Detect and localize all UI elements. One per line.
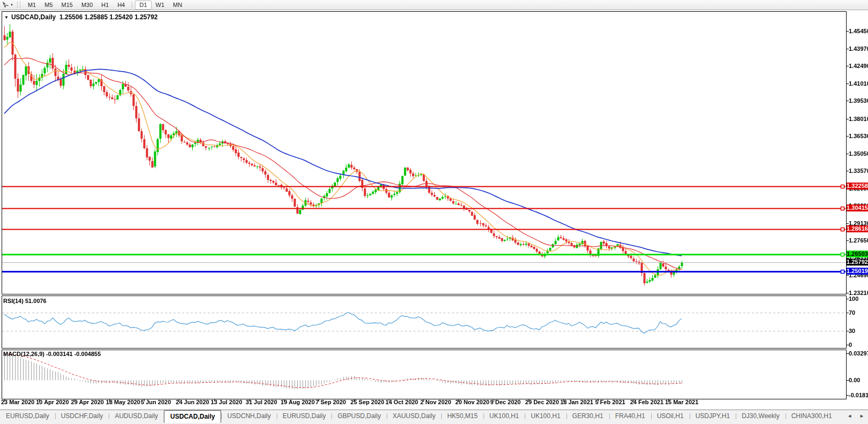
tab-usoil-h1[interactable]: USOil,H1	[651, 410, 690, 421]
tab-separator	[651, 413, 652, 419]
tab-fra40-h1[interactable]: FRA40,H1	[609, 410, 651, 421]
timeframe-button-H1[interactable]: H1	[97, 1, 113, 10]
tab-scroll-controls: ◄►	[843, 410, 868, 422]
chevron-down-icon: ▼	[10, 3, 13, 6]
tab-xauusd-daily[interactable]: XAUUSD,Daily	[387, 410, 441, 421]
tab-eurusd-daily[interactable]: EURUSD,Daily	[0, 410, 55, 421]
symbol-tab-bar: EURUSD,DailyUSDCHF,DailyAUDUSD,DailyUSDC…	[0, 410, 868, 424]
tab-hk50-m15[interactable]: HK50,M15	[441, 410, 484, 421]
tab-separator	[277, 413, 277, 419]
tab-separator	[690, 413, 690, 419]
tab-separator	[387, 413, 387, 419]
tab-audusd-daily[interactable]: AUDUSD,Daily	[109, 410, 164, 421]
timeframe-button-D1[interactable]: D1	[135, 1, 151, 10]
tab-separator	[525, 413, 525, 419]
tab-usdjpy-h1[interactable]: USDJPY,H1	[690, 410, 736, 421]
tab-separator	[567, 413, 567, 419]
tab-separator	[786, 413, 786, 419]
tab-separator	[609, 413, 610, 419]
mt4-terminal: { "toolbar": { "timeframes": [ {"label":…	[0, 0, 868, 424]
timeframe-button-M30[interactable]: M30	[77, 1, 97, 10]
tab-separator	[109, 413, 109, 419]
chart-cursor-icon	[2, 2, 9, 8]
tab-usdchf-daily[interactable]: USDCHF,Daily	[55, 410, 109, 421]
timeframe-button-MN[interactable]: MN	[169, 1, 186, 10]
tab-china300-h1[interactable]: CHINA300,H1	[786, 410, 838, 421]
timeframe-button-M1[interactable]: M1	[24, 1, 40, 10]
tab-eurusd-daily[interactable]: EURUSD,Daily	[277, 410, 332, 421]
tab-gbpusd-daily[interactable]: GBPUSD,Daily	[331, 410, 387, 421]
toolbar-separator	[132, 2, 132, 8]
chart-canvas[interactable]	[0, 10, 868, 410]
timeframe-toolbar: ▼ M1M5M15M30H1H4D1W1MN	[0, 0, 868, 10]
tab-uk100-h1[interactable]: UK100,H1	[484, 410, 525, 421]
tab-dj30-weekly[interactable]: DJ30,Weekly	[736, 410, 785, 421]
toolbar-grip[interactable]	[17, 2, 20, 8]
tab-separator	[736, 413, 736, 419]
tab-separator	[55, 413, 56, 419]
timeframe-button-H4[interactable]: H4	[113, 1, 129, 10]
tab-separator	[441, 413, 442, 419]
timeframe-button-M5[interactable]: M5	[40, 1, 57, 10]
tab-scroll-left-icon[interactable]: ◄	[843, 413, 856, 419]
tab-usdcad-daily[interactable]: USDCAD,Daily	[164, 410, 221, 423]
tab-scroll-right-icon[interactable]: ►	[856, 413, 868, 419]
cursor-tool-button[interactable]: ▼	[0, 2, 14, 8]
tab-separator	[331, 413, 332, 419]
timeframe-button-M15[interactable]: M15	[57, 1, 77, 10]
tab-separator	[484, 413, 484, 419]
tab-ger30-h1[interactable]: GER30,H1	[567, 410, 609, 421]
timeframe-button-W1[interactable]: W1	[152, 1, 169, 10]
tab-uk100-h1[interactable]: UK100,H1	[525, 410, 566, 421]
tab-usdcnh-daily[interactable]: USDCNH,Daily	[221, 410, 276, 421]
tab-separator	[221, 413, 222, 419]
